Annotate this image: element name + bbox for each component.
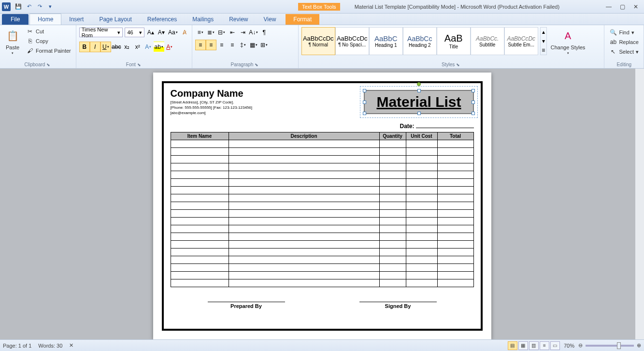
font-size-select[interactable]: 46▾	[125, 28, 144, 37]
styles-launcher[interactable]: ⬊	[456, 62, 461, 67]
table-row[interactable]	[171, 163, 473, 171]
style-expand[interactable]: ≡	[541, 45, 546, 55]
date-row[interactable]: Date:	[171, 123, 474, 130]
save-icon[interactable]: 💾	[14, 2, 23, 12]
table-row[interactable]	[171, 264, 473, 272]
sort-button[interactable]: A↓	[248, 27, 259, 38]
change-styles-button[interactable]: A Change Styles ▾	[549, 27, 587, 56]
resize-handle[interactable]	[417, 89, 421, 92]
increase-indent-button[interactable]: ⇥	[238, 27, 248, 38]
status-words[interactable]: Words: 30	[38, 343, 62, 349]
strikethrough-button[interactable]: abc	[111, 42, 122, 52]
align-right-button[interactable]: ≡	[216, 40, 227, 50]
font-name-select[interactable]: Times New Rom▾	[79, 28, 123, 37]
align-left-button[interactable]: ≡	[195, 40, 206, 50]
subscript-button[interactable]: x₂	[122, 42, 132, 52]
change-case-button[interactable]: Aa	[168, 27, 178, 38]
tab-file[interactable]: File	[2, 14, 29, 25]
find-button[interactable]: 🔍Find ▾	[607, 28, 641, 37]
style-item[interactable]: AaBbCcDcSubtle Em...	[504, 27, 538, 55]
bold-button[interactable]: B	[79, 42, 90, 52]
font-color-button[interactable]: A	[164, 42, 175, 52]
style-scroll-up[interactable]: ▴	[541, 28, 546, 37]
tab-home[interactable]: Home	[29, 14, 61, 25]
qat-customize-icon[interactable]: ▾	[45, 2, 55, 12]
zoom-out-button[interactable]: ⊖	[578, 342, 583, 349]
shading-button[interactable]: ▦	[248, 40, 259, 50]
tab-references[interactable]: References	[140, 14, 185, 25]
proofing-icon[interactable]: ✕	[69, 342, 73, 349]
table-row[interactable]	[171, 179, 473, 187]
prepared-by-block[interactable]: Prepared By	[208, 302, 285, 309]
multilevel-button[interactable]: ⊟	[216, 27, 227, 38]
table-row[interactable]	[171, 233, 473, 241]
cut-button[interactable]: ✂Cut	[24, 27, 73, 36]
table-row[interactable]	[171, 194, 473, 202]
highlight-button[interactable]: ab	[154, 42, 164, 52]
close-button[interactable]: ✕	[630, 2, 642, 11]
table-row[interactable]	[171, 210, 473, 218]
style-item[interactable]: AaBbCc.Subtitle	[471, 27, 504, 55]
show-marks-button[interactable]: ¶	[259, 27, 270, 38]
style-item[interactable]: AaBbCcHeading 2	[403, 27, 437, 55]
tab-page-layout[interactable]: Page Layout	[91, 14, 139, 25]
view-outline[interactable]: ≡	[540, 341, 549, 350]
redo-icon[interactable]: ↷	[35, 2, 44, 12]
rotate-handle[interactable]	[417, 82, 421, 86]
company-block[interactable]: Company Name [Street Address], [City, ST…	[171, 88, 252, 115]
textbox-selection-wrapper[interactable]: Material List	[364, 90, 473, 114]
clear-formatting-button[interactable]: A̷	[180, 27, 189, 38]
replace-button[interactable]: abReplace	[607, 38, 641, 46]
page[interactable]: Company Name [Street Address], [City, ST…	[153, 73, 491, 339]
bullets-button[interactable]: ≡	[195, 27, 206, 38]
table-row[interactable]	[171, 256, 473, 264]
tab-review[interactable]: Review	[221, 14, 256, 25]
zoom-in-button[interactable]: ⊕	[637, 342, 641, 349]
status-page[interactable]: Page: 1 of 1	[3, 343, 31, 349]
table-row[interactable]	[171, 156, 473, 163]
style-item[interactable]: AaBTitle	[437, 27, 471, 55]
table-row[interactable]	[171, 249, 473, 256]
underline-button[interactable]: U	[100, 42, 111, 52]
maximize-button[interactable]: ▢	[616, 2, 629, 11]
view-print-layout[interactable]: ▤	[508, 341, 517, 350]
table-row[interactable]	[171, 171, 473, 179]
font-launcher[interactable]: ⬊	[137, 62, 142, 67]
resize-handle[interactable]	[363, 101, 366, 104]
resize-handle[interactable]	[417, 112, 421, 115]
word-icon[interactable]: W	[2, 2, 11, 11]
tab-view[interactable]: View	[256, 14, 284, 25]
resize-handle[interactable]	[472, 112, 475, 115]
table-row[interactable]	[171, 187, 473, 194]
tab-format[interactable]: Format	[286, 14, 319, 25]
style-item[interactable]: AaBbCcDc¶ No Spaci...	[335, 27, 369, 55]
text-effects-button[interactable]: A	[143, 42, 154, 52]
zoom-level[interactable]: 70%	[564, 343, 574, 349]
borders-button[interactable]: ⊞	[259, 40, 270, 50]
decrease-indent-button[interactable]: ⇤	[227, 27, 238, 38]
zoom-thumb[interactable]	[617, 342, 621, 349]
paragraph-launcher[interactable]: ⬊	[255, 62, 259, 67]
copy-button[interactable]: ⎘Copy	[24, 37, 73, 45]
resize-handle[interactable]	[472, 89, 475, 92]
table-row[interactable]	[171, 148, 473, 156]
format-painter-button[interactable]: 🖌Format Painter	[24, 46, 73, 55]
tab-insert[interactable]: Insert	[61, 14, 91, 25]
minimize-button[interactable]: —	[602, 2, 615, 11]
signed-by-block[interactable]: Signed By	[359, 302, 437, 309]
table-row[interactable]	[171, 272, 473, 279]
clipboard-launcher[interactable]: ⬊	[46, 62, 51, 67]
vertical-scrollbar[interactable]	[635, 69, 644, 339]
table-row[interactable]	[171, 225, 473, 233]
material-list-textbox[interactable]: Material List	[364, 90, 473, 114]
zoom-slider[interactable]	[586, 345, 634, 347]
numbering-button[interactable]: ≣	[206, 27, 216, 38]
style-item[interactable]: AaBbCcDc¶ Normal	[301, 27, 335, 55]
resize-handle[interactable]	[363, 89, 366, 92]
line-spacing-button[interactable]: ‡	[238, 40, 248, 50]
style-gallery[interactable]: AaBbCcDc¶ NormalAaBbCcDc¶ No Spaci...AaB…	[301, 27, 538, 55]
select-button[interactable]: ↖Select ▾	[607, 47, 641, 56]
document-workspace[interactable]: Company Name [Street Address], [City, ST…	[0, 69, 644, 339]
superscript-button[interactable]: x²	[132, 42, 143, 52]
style-scroll-down[interactable]: ▾	[541, 37, 546, 46]
